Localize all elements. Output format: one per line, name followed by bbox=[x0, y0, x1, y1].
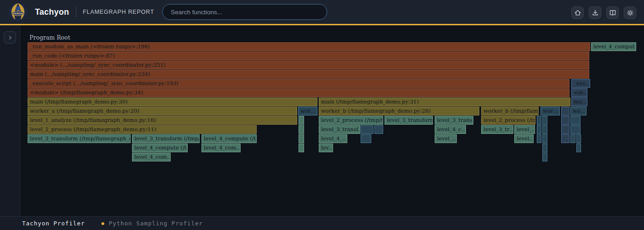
search-input[interactable] bbox=[162, 4, 327, 20]
header-divider bbox=[76, 7, 76, 17]
flame-bar[interactable]: _exe… bbox=[571, 79, 590, 88]
status-bar: Tachyon Profiler ● Python Sampling Profi… bbox=[0, 216, 644, 230]
flame-bar[interactable] bbox=[570, 125, 581, 134]
flame-bar[interactable]: worker_b (/tmp/flame… bbox=[481, 107, 539, 115]
flame-bar[interactable] bbox=[299, 125, 304, 134]
flame-bar[interactable] bbox=[576, 134, 581, 143]
flame-bar[interactable]: level_3_transf… bbox=[319, 125, 360, 134]
flame-bar[interactable]: main (/tmp/flamegraph_demo.py:31) bbox=[319, 98, 570, 106]
flame-bar[interactable]: level_2_process (/tm… bbox=[481, 116, 535, 125]
flame-bar[interactable]: level_3_trans… bbox=[435, 116, 473, 125]
flame-bar[interactable] bbox=[570, 116, 581, 125]
flame-bar[interactable] bbox=[542, 134, 547, 143]
flame-bar[interactable]: lev… bbox=[319, 144, 333, 152]
flame-bar[interactable]: level_4_com… bbox=[132, 153, 171, 161]
docs-button[interactable] bbox=[606, 6, 619, 19]
flame-bar[interactable]: level_1_analyze (/tmp/flamegraph_demo.py… bbox=[28, 116, 297, 125]
home-button[interactable] bbox=[571, 6, 584, 19]
flame-bar[interactable]: level_3_transform (/tmp/flamegraph_dem… bbox=[28, 134, 131, 143]
flame-bar[interactable]: level_3_transform… bbox=[385, 116, 433, 125]
flame-bar[interactable]: wo… bbox=[570, 107, 586, 115]
flame-bar[interactable]: level_4_c… bbox=[435, 125, 466, 134]
status-app-name: Tachyon Profiler bbox=[22, 220, 85, 227]
flame-bar[interactable] bbox=[570, 134, 575, 143]
report-type-label: FLAMEGRAPH REPORT bbox=[83, 9, 154, 15]
sidebar-toggle-button[interactable] bbox=[4, 31, 16, 44]
flame-bar[interactable]: worker_b (/tmp/flamegraph_demo.py:26) bbox=[319, 107, 479, 115]
sidebar bbox=[0, 25, 20, 216]
flame-bar[interactable] bbox=[576, 144, 581, 152]
flame-bar[interactable] bbox=[299, 116, 304, 125]
flame-bar[interactable] bbox=[561, 134, 569, 143]
flame-bar[interactable]: level_2_process (/tmp/flamegraph_demo.py… bbox=[28, 125, 257, 134]
flame-bar[interactable] bbox=[537, 125, 541, 134]
download-icon bbox=[591, 9, 599, 17]
header-actions bbox=[571, 6, 636, 19]
flame-bar[interactable] bbox=[561, 125, 569, 134]
flame-bar[interactable]: worker_a (/tmp/flamegraph_demo.py:20) bbox=[28, 107, 297, 115]
app-title: Tachyon bbox=[35, 7, 69, 17]
app-root: Tachyon Tachyon FLAMEGRAPH REPORT bbox=[0, 0, 644, 230]
flame-bar[interactable]: <module> (/tmp/flamegraph_demo.py:34) bbox=[28, 88, 569, 97]
flame-bar[interactable] bbox=[561, 107, 569, 115]
flame-bar[interactable] bbox=[542, 116, 547, 125]
flame-bar[interactable]: _execute_script (.../sampling/_sync_coor… bbox=[28, 79, 569, 88]
flame-bar[interactable]: main (/tmp/flamegraph_demo.py:30) bbox=[28, 98, 317, 106]
flame-bar[interactable]: level_4_com… bbox=[201, 144, 241, 152]
flame-bar[interactable]: level_2_process (/tmp/fla… bbox=[319, 116, 383, 125]
status-description: Python Sampling Profiler bbox=[109, 220, 203, 227]
flame-bar[interactable]: _run_code (<frozen runpy>:87) bbox=[28, 52, 589, 60]
flame-bar[interactable]: level_3_transform (/tmp/fl… bbox=[132, 134, 200, 143]
flame-bar[interactable]: main (.../sampling/_sync_coordinator.py:… bbox=[28, 70, 589, 79]
flame-bar[interactable] bbox=[537, 134, 541, 143]
header: Tachyon Tachyon FLAMEGRAPH REPORT bbox=[0, 0, 644, 25]
flame-bar[interactable] bbox=[361, 125, 374, 134]
flame-bar[interactable] bbox=[561, 116, 569, 125]
flamegraph-panel: Program Root _run_module_as_main (<froze… bbox=[21, 25, 644, 216]
flame-bar[interactable]: level_4_comput… bbox=[591, 42, 636, 51]
flame-bar[interactable]: _run_module_as_main (<frozen runpy>:196) bbox=[28, 42, 590, 51]
home-icon bbox=[574, 9, 582, 17]
flame-bar[interactable]: <module> (.../sampling/_sync_coordinator… bbox=[28, 61, 589, 69]
book-icon bbox=[609, 9, 617, 17]
flame-bar[interactable] bbox=[361, 134, 371, 143]
chevron-right-icon bbox=[7, 34, 13, 41]
flame-bar[interactable] bbox=[299, 144, 304, 152]
flame-bar[interactable]: <m… bbox=[571, 88, 587, 97]
flame-bar[interactable] bbox=[537, 116, 541, 125]
flamegraph-canvas: _run_module_as_main (<frozen runpy>:196)… bbox=[21, 25, 644, 216]
status-dot: ● bbox=[101, 221, 104, 226]
flame-bar[interactable]: level_… bbox=[514, 125, 535, 134]
svg-text:Tachyon: Tachyon bbox=[13, 12, 23, 15]
flame-bar[interactable]: wor… bbox=[298, 107, 317, 115]
flame-bar[interactable] bbox=[542, 125, 547, 134]
tachyon-logo: Tachyon bbox=[8, 2, 28, 22]
flame-bar[interactable] bbox=[542, 144, 547, 152]
flame-bar[interactable] bbox=[374, 125, 383, 134]
brightness-icon bbox=[626, 9, 634, 17]
flame-bar[interactable]: level_4_compute (/t… bbox=[201, 134, 257, 143]
flame-bar[interactable]: wor… bbox=[540, 107, 560, 115]
download-button[interactable] bbox=[589, 6, 601, 19]
flame-bar[interactable]: ma… bbox=[571, 98, 587, 106]
flame-bar[interactable]: level_… bbox=[435, 134, 457, 143]
flame-bar[interactable]: level_4_… bbox=[319, 134, 347, 143]
theme-button[interactable] bbox=[624, 6, 636, 19]
flame-bar[interactable] bbox=[542, 153, 547, 161]
flame-bar[interactable]: level… bbox=[514, 134, 534, 143]
flame-bar[interactable]: level_3_tr… bbox=[481, 125, 513, 134]
flame-bar[interactable]: level_4_compute (/t… bbox=[132, 144, 188, 152]
flame-bar[interactable] bbox=[299, 134, 304, 143]
